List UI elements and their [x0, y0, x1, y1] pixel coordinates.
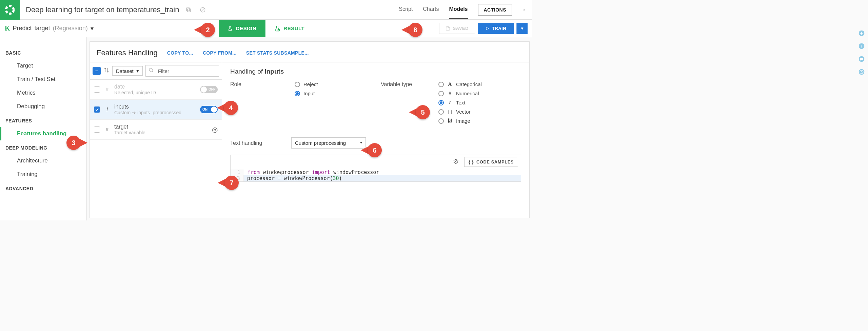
feature-name: inputs [114, 104, 196, 110]
arrow-right-icon: ➔ [132, 110, 137, 115]
right-actions: SAVED TRAIN ▼ [439, 23, 532, 34]
radio-input[interactable]: Input [295, 91, 377, 96]
tab-models[interactable]: Models [449, 0, 468, 19]
code-samples-button[interactable]: { } CODE SAMPLES [464, 157, 518, 167]
svg-point-0 [6, 6, 14, 14]
callout-2: 2 [194, 23, 215, 37]
feature-toggle[interactable]: ON [200, 106, 218, 113]
features-title: Features Handling [97, 48, 158, 57]
feature-row-inputs[interactable]: I inputs Custom ➔ inputs_preprocessed ON [90, 100, 222, 120]
saved-label: SAVED [453, 26, 469, 31]
app-logo[interactable] [0, 0, 20, 20]
text-handling-select[interactable]: Custom preprocessing [291, 137, 366, 149]
feature-list-toolbar: Dataset ▾ [90, 62, 222, 80]
predict-label[interactable]: K Predict target (Regression) ▾ [0, 24, 94, 32]
actions-button[interactable]: ACTIONS [478, 4, 512, 16]
target-icon: ◎ [212, 125, 218, 134]
dataset-dropdown[interactable]: Dataset ▾ [112, 66, 143, 76]
copy-to-link[interactable]: COPY TO... [167, 50, 193, 56]
code-samples-label: CODE SAMPLES [476, 159, 514, 164]
line-number: 1 [231, 169, 244, 175]
feature-toggle[interactable]: OFF [200, 86, 218, 93]
checkbox[interactable] [94, 126, 100, 133]
feature-name: target [114, 124, 208, 130]
copy-from-link[interactable]: COPY FROM... [203, 50, 237, 56]
svg-rect-2 [186, 8, 190, 11]
copy-icon[interactable] [184, 5, 193, 15]
handling-title: Handling of inputs [230, 68, 521, 75]
code-editor[interactable]: 1 from windowprocessor import windowProc… [230, 169, 521, 182]
train-label: TRAIN [492, 26, 506, 31]
forbid-icon[interactable] [198, 5, 208, 15]
callout-4: 4 [217, 101, 238, 115]
features-body: Dataset ▾ # date [90, 62, 530, 218]
text-handling-label: Text handling [230, 140, 281, 146]
checkbox[interactable] [94, 86, 100, 93]
feature-subtitle: Custom ➔ inputs_preprocessed [114, 110, 196, 115]
tab-script[interactable]: Script [399, 0, 413, 19]
callout-3: 3 [66, 136, 87, 150]
logo-icon [5, 5, 15, 15]
radio-text[interactable]: IText [438, 100, 521, 105]
radio-reject[interactable]: Reject [295, 81, 377, 87]
filter-box [145, 65, 219, 77]
content: Features Handling COPY TO... COPY FROM..… [87, 37, 532, 220]
config-grid: Role Reject Input Variable type ACategor… [230, 81, 521, 124]
radio-vector[interactable]: [ ]Vector [438, 109, 521, 115]
text-type-icon: I [104, 106, 110, 113]
code-line-3: processor = windowProcessor(30) [244, 175, 521, 181]
tab-charts[interactable]: Charts [423, 0, 439, 19]
feature-row-date[interactable]: # date Rejected, unique ID OFF [90, 80, 222, 100]
filter-input[interactable] [157, 66, 219, 76]
play-icon [485, 26, 489, 31]
sidebar-item-architecture[interactable]: Architecture [0, 154, 86, 168]
vartype-options: ACategorical #Numerical IText [ ]Vector … [438, 81, 521, 124]
chevron-down-icon: ▾ [136, 68, 139, 74]
tab-result-label: RESULT [283, 25, 304, 31]
sidebar-item-debugging[interactable]: Debugging [0, 100, 86, 113]
svg-point-10 [149, 68, 152, 71]
select-value: Custom preprocessing [295, 140, 346, 146]
svg-line-4 [201, 8, 205, 12]
train-button[interactable]: TRAIN [478, 23, 514, 34]
chevron-down-icon: ▾ [91, 25, 94, 32]
radio-categorical[interactable]: ACategorical [438, 81, 521, 87]
dataset-label: Dataset [116, 68, 134, 74]
feature-row-target[interactable]: # target Target variable ◎ [90, 120, 222, 140]
feature-subtitle: Target variable [114, 130, 208, 135]
sidebar-item-metrics[interactable]: Metrics [0, 86, 86, 100]
svg-point-12 [456, 160, 457, 162]
feature-info: target Target variable [114, 124, 208, 135]
second-bar: K Predict target (Regression) ▾ DESIGN R… [0, 20, 532, 37]
tab-design[interactable]: DESIGN [219, 20, 265, 37]
type-icon: # [104, 126, 110, 133]
sort-icon[interactable] [103, 67, 110, 75]
callout-7: 7 [218, 176, 239, 190]
braces-icon: { } [469, 159, 474, 164]
select-all-checkbox[interactable] [93, 67, 101, 75]
flask-icon [228, 25, 233, 32]
gear-icon[interactable] [453, 158, 459, 166]
type-icon: # [104, 86, 110, 93]
sidebar-item-training[interactable]: Training [0, 168, 86, 181]
back-arrow-icon[interactable]: ← [519, 5, 532, 14]
role-options: Reject Input [295, 81, 377, 96]
features-header: Features Handling COPY TO... COPY FROM..… [90, 41, 530, 62]
flask-check-icon [274, 25, 280, 32]
feature-info: date Rejected, unique ID [114, 84, 196, 95]
feature-info: inputs Custom ➔ inputs_preprocessed [114, 104, 196, 115]
train-dropdown[interactable]: ▼ [516, 23, 528, 34]
search-icon [146, 65, 157, 76]
set-stats-link[interactable]: SET STATS SUBSAMPLE... [246, 50, 309, 56]
radio-image[interactable]: 🖼Image [438, 118, 521, 124]
top-bar: Deep learning for target on temperatures… [0, 0, 532, 20]
sidebar-item-target[interactable]: Target [0, 59, 86, 73]
feature-list: Dataset ▾ # date [90, 62, 222, 218]
sidebar-item-traintest[interactable]: Train / Test Set [0, 73, 86, 86]
page-title: Deep learning for target on temperatures… [26, 5, 179, 14]
tab-result[interactable]: RESULT [265, 20, 313, 37]
radio-numerical[interactable]: #Numerical [438, 91, 521, 96]
role-label: Role [230, 81, 291, 87]
main-area: BASIC Target Train / Test Set Metrics De… [0, 37, 532, 220]
checkbox[interactable] [94, 106, 100, 113]
